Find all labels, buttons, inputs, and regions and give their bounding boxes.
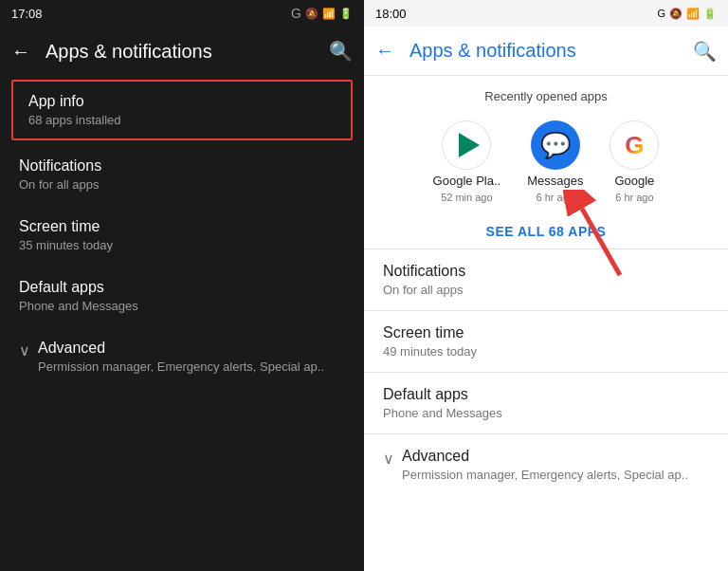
google-g-icon: G (625, 131, 644, 160)
app-time-google: 6 hr ago (615, 192, 653, 203)
menu-item-app-info-subtitle: 68 apps installed (28, 113, 336, 127)
menu-item-screen-time-right[interactable]: Screen time 49 minutes today (364, 311, 728, 372)
menu-item-advanced-subtitle-left: Permission manager, Emergency alerts, Sp… (38, 359, 324, 374)
time-left: 17:08 (11, 7, 43, 21)
menu-item-advanced-subtitle-right: Permission manager, Emergency alerts, Sp… (402, 468, 688, 482)
back-button-right[interactable]: ← (375, 40, 394, 62)
battery-icon-left: 🔋 (339, 8, 353, 20)
menu-item-default-apps-subtitle-left: Phone and Messages (19, 299, 345, 313)
header-right: ← Apps & notifications 🔍 (364, 27, 728, 76)
app-icon-play (442, 120, 491, 170)
menu-item-notifications-subtitle-right: On for all apps (383, 283, 709, 297)
app-name-messages: Messages (527, 174, 583, 188)
menu-item-screen-time-subtitle-right: 49 minutes today (383, 344, 709, 359)
recently-opened-label: Recently opened apps (364, 76, 728, 113)
g-icon-right: G (657, 8, 665, 19)
page-title-left: Apps & notifications (46, 41, 314, 63)
menu-item-screen-time-left[interactable]: Screen time 35 minutes today (0, 205, 364, 266)
app-icon-google: G (610, 120, 659, 170)
menu-item-default-apps-title-left: Default apps (19, 279, 345, 296)
battery-icon-right: 🔋 (703, 8, 717, 20)
menu-item-app-info[interactable]: App info 68 apps installed (11, 80, 353, 140)
signal-icon-left: 📶 (322, 8, 336, 20)
app-name-play: Google Pla.. (433, 174, 501, 188)
status-bar-right: 18:00 G 🔕 📶 🔋 (364, 0, 728, 27)
left-panel: 17:08 G 🔕 📶 🔋 ← Apps & notifications 🔍 A… (0, 0, 364, 571)
menu-item-notifications-left[interactable]: Notifications On for all apps (0, 144, 364, 205)
app-name-google: Google (614, 174, 654, 188)
app-item-google[interactable]: G Google 6 hr ago (610, 120, 659, 203)
menu-item-default-apps-subtitle-right: Phone and Messages (383, 406, 709, 420)
menu-item-default-apps-left[interactable]: Default apps Phone and Messages (0, 266, 364, 326)
back-button-left[interactable]: ← (11, 41, 30, 63)
menu-item-screen-time-title-right: Screen time (383, 324, 709, 341)
menu-item-advanced-left[interactable]: ∨ Advanced Permission manager, Emergency… (0, 326, 364, 387)
see-all-button[interactable]: SEE ALL 68 APPS (364, 211, 728, 249)
mute-icon-right: 🔕 (669, 8, 682, 20)
app-time-play: 52 min ago (441, 192, 492, 203)
menu-item-advanced-title-left: Advanced (38, 340, 324, 357)
menu-item-app-info-title: App info (28, 93, 336, 110)
menu-item-screen-time-subtitle-left: 35 minutes today (19, 238, 345, 252)
search-icon-right[interactable]: 🔍 (693, 40, 717, 63)
menu-item-default-apps-right[interactable]: Default apps Phone and Messages (364, 373, 728, 433)
signal-icon-right: 📶 (686, 8, 700, 20)
mute-icon-left: 🔕 (305, 8, 318, 20)
time-right: 18:00 (375, 7, 407, 21)
app-icon-messages: 💬 (531, 120, 580, 170)
g-icon-left: G (291, 6, 301, 21)
chevron-down-icon-left: ∨ (19, 341, 30, 359)
app-time-messages: 6 hr ago (537, 192, 574, 203)
menu-item-advanced-title-right: Advanced (402, 448, 688, 465)
search-icon-left[interactable]: 🔍 (329, 40, 353, 63)
status-icons-right: G 🔕 📶 🔋 (657, 8, 717, 20)
app-item-messages[interactable]: 💬 Messages 6 hr ago (527, 120, 583, 203)
page-title-right: Apps & notifications (410, 40, 678, 62)
menu-item-notifications-title-right: Notifications (383, 263, 709, 280)
right-panel: 18:00 G 🔕 📶 🔋 ← Apps & notifications 🔍 R… (364, 0, 728, 571)
play-triangle-icon (459, 133, 480, 157)
status-icons-left: G 🔕 📶 🔋 (291, 6, 353, 21)
header-left: ← Apps & notifications 🔍 (0, 27, 364, 76)
menu-item-default-apps-title-right: Default apps (383, 386, 709, 403)
chevron-down-icon-right: ∨ (383, 450, 394, 468)
apps-row: Google Pla.. 52 min ago 💬 Messages 6 hr … (364, 113, 728, 211)
menu-item-advanced-right[interactable]: ∨ Advanced Permission manager, Emergency… (364, 434, 728, 495)
app-item-play[interactable]: Google Pla.. 52 min ago (433, 120, 501, 203)
menu-item-notifications-right[interactable]: Notifications On for all apps (364, 249, 728, 310)
status-bar-left: 17:08 G 🔕 📶 🔋 (0, 0, 364, 27)
menu-item-notifications-subtitle-left: On for all apps (19, 177, 345, 192)
messages-icon: 💬 (540, 131, 571, 160)
menu-item-notifications-title-left: Notifications (19, 157, 345, 175)
menu-item-screen-time-title-left: Screen time (19, 218, 345, 235)
